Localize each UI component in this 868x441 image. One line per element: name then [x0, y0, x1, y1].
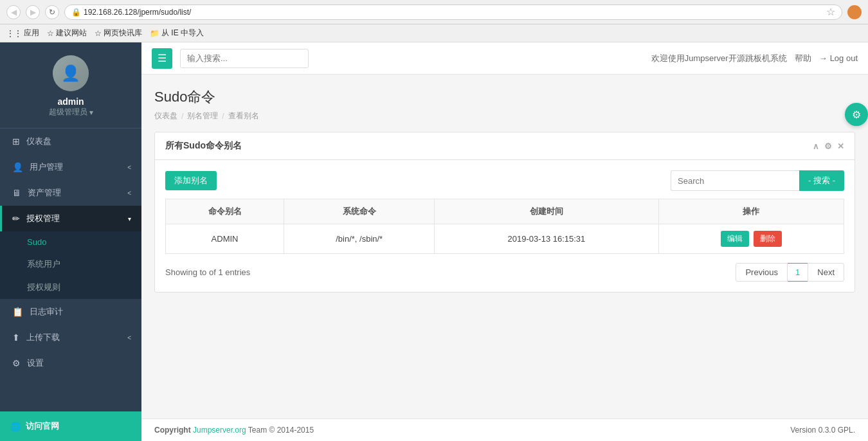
app-footer: Copyright Jumpserver.org Team © 2014-201…	[141, 419, 868, 441]
previous-button[interactable]: Previous	[736, 263, 788, 282]
sidebar-item-perm-label: 授权管理	[26, 213, 60, 224]
sidebar-menu: ⊞ 仪表盘 👤 用户管理 < 🖥 资产管理 < ✏ 授权管理 ▾ Sudo	[0, 129, 141, 411]
add-alias-button[interactable]: 添加别名	[165, 171, 217, 190]
search-button[interactable]: - 搜索 -	[799, 170, 844, 191]
sidebar-item-perm-mgmt[interactable]: ✏ 授权管理 ▾	[0, 206, 141, 231]
sidebar-item-settings[interactable]: ⚙ 设置	[0, 350, 141, 376]
search-input[interactable]	[671, 170, 799, 191]
bookmark-ie-import[interactable]: 📁 从 IE 中导入	[150, 28, 204, 39]
apps-icon: ⋮⋮	[6, 29, 22, 38]
col-created: 创建时间	[435, 199, 658, 224]
sidebar-item-dashboard[interactable]: ⊞ 仪表盘	[0, 129, 141, 154]
edit-button[interactable]: 编辑	[721, 231, 749, 247]
table-header-row: 命令别名 系统命令 创建时间 操作	[166, 199, 844, 224]
chevron-down-icon2: ▾	[128, 215, 131, 222]
header-search-input[interactable]	[180, 49, 309, 68]
sidebar: 👤 admin 超级管理员 ▾ ⊞ 仪表盘 👤 用户管理 < 🖥 资产管理 <	[0, 42, 141, 441]
chevron-right-icon3: <	[127, 334, 131, 341]
avatar: 👤	[53, 55, 89, 91]
next-button[interactable]: Next	[808, 263, 844, 282]
browser-bar: ◀ ▶ ↻ 🔒 192.168.26.128/jperm/sudo/list/ …	[0, 0, 868, 24]
sudo-table: 命令别名 系统命令 创建时间 操作 ADMIN /bin/*, /sbin/* …	[165, 199, 844, 254]
perm-rule-label: 授权规则	[27, 282, 60, 293]
card-settings-icon[interactable]: ⚙	[824, 141, 832, 151]
bookmark-news-label: 网页快讯库	[104, 28, 142, 39]
footer-version: Version 0.3.0 GPL.	[790, 426, 855, 435]
sidebar-item-upload[interactable]: ⬆ 上传下载 <	[0, 325, 141, 350]
search-group: - 搜索 -	[671, 170, 844, 191]
chevron-right-icon2: <	[127, 190, 131, 197]
logout-button[interactable]: → Log out	[819, 53, 858, 63]
avatar-image: 👤	[53, 55, 89, 91]
refresh-button[interactable]: ↻	[45, 5, 59, 19]
table-footer: Showing to of 1 entries Previous 1 Next	[165, 263, 844, 282]
footer-team: Team © 2014-2015	[248, 426, 314, 435]
menu-toggle-button[interactable]: ☰	[152, 48, 172, 69]
bookmark-suggest[interactable]: ☆ 建议网站	[47, 28, 87, 39]
table-toolbar: 添加别名 - 搜索 -	[165, 170, 844, 191]
card-title: 所有Sudo命令别名	[165, 140, 242, 152]
page-number: 1	[788, 263, 808, 282]
gear-float-button[interactable]: ⚙	[845, 103, 868, 126]
sidebar-item-settings-label: 设置	[27, 357, 44, 369]
card-header: 所有Sudo命令别名 ∧ ⚙ ✕	[155, 132, 854, 160]
sidebar-item-dashboard-label: 仪表盘	[26, 136, 51, 147]
breadcrumb-sep2: /	[222, 112, 224, 121]
cell-alias: ADMIN	[166, 224, 284, 254]
lock-icon: 🔒	[71, 8, 81, 17]
chevron-down-icon: ▾	[89, 108, 93, 117]
breadcrumb-current: 查看别名	[228, 111, 259, 122]
breadcrumb: 仪表盘 / 别名管理 / 查看别名	[154, 111, 855, 122]
collapse-icon[interactable]: ∧	[813, 141, 819, 151]
perm-submenu: Sudo 系统用户 授权规则	[0, 231, 141, 299]
sidebar-item-sudo[interactable]: Sudo	[0, 231, 141, 253]
sidebar-item-user-label: 用户管理	[30, 161, 63, 173]
top-header: ☰ 欢迎使用Jumpserver开源跳板机系统 帮助 → Log out	[141, 42, 868, 75]
sidebar-footer-label: 访问官网	[26, 420, 59, 432]
delete-button[interactable]: 删除	[754, 231, 782, 247]
pagination: Previous 1 Next	[736, 263, 844, 282]
sidebar-item-upload-label: 上传下载	[26, 332, 60, 343]
col-command: 系统命令	[284, 199, 435, 224]
hamburger-icon: ☰	[158, 52, 167, 64]
help-link[interactable]: 帮助	[795, 53, 811, 64]
table-row: ADMIN /bin/*, /sbin/* 2019-03-13 16:15:3…	[166, 224, 844, 254]
forward-button[interactable]: ▶	[26, 5, 40, 19]
perm-icon: ✏	[12, 213, 20, 224]
sidebar-item-system-user[interactable]: 系统用户	[0, 253, 141, 276]
sidebar-item-perm-rule[interactable]: 授权规则	[0, 276, 141, 299]
card-body: 添加别名 - 搜索 - 命令别名 系统命令 创建时间	[155, 160, 854, 292]
chevron-right-icon: <	[127, 164, 131, 171]
cell-actions: 编辑 删除	[658, 224, 844, 254]
bookmark-news[interactable]: ☆ 网页快讯库	[95, 28, 142, 39]
dashboard-icon: ⊞	[12, 136, 20, 147]
back-button[interactable]: ◀	[6, 5, 21, 19]
news-icon: ☆	[95, 29, 102, 38]
page-header: Sudo命令 仪表盘 / 别名管理 / 查看别名	[154, 87, 855, 122]
logout-icon: →	[819, 53, 827, 63]
sidebar-role[interactable]: 超级管理员 ▾	[49, 107, 93, 118]
logout-label: Log out	[830, 53, 858, 63]
sidebar-item-audit-label: 日志审计	[30, 306, 63, 318]
org-link[interactable]: Jumpserver.org	[193, 426, 246, 435]
breadcrumb-sep1: /	[181, 112, 183, 121]
browser-avatar	[847, 5, 862, 19]
star-icon[interactable]: ☆	[826, 6, 835, 18]
sidebar-item-asset-mgmt[interactable]: 🖥 资产管理 <	[0, 180, 141, 206]
suggest-icon: ☆	[47, 29, 54, 38]
sidebar-footer-link[interactable]: 🌐 访问官网	[0, 411, 141, 441]
bookmark-apps-label: 应用	[24, 28, 39, 39]
sidebar-item-audit[interactable]: 📋 日志审计	[0, 299, 141, 325]
cell-created: 2019-03-13 16:15:31	[435, 224, 658, 254]
sidebar-item-user-mgmt[interactable]: 👤 用户管理 <	[0, 154, 141, 180]
bookmark-ie-label: 从 IE 中导入	[161, 28, 204, 39]
address-bar[interactable]: 🔒 192.168.26.128/jperm/sudo/list/ ☆	[64, 4, 842, 20]
asset-icon: 🖥	[12, 188, 21, 198]
card-close-icon[interactable]: ✕	[837, 141, 844, 151]
sidebar-role-label: 超级管理员	[49, 107, 87, 118]
audit-icon: 📋	[12, 307, 23, 317]
sidebar-item-asset-label: 资产管理	[28, 187, 61, 199]
bookmark-apps[interactable]: ⋮⋮ 应用	[6, 28, 39, 39]
breadcrumb-alias-mgmt[interactable]: 别名管理	[187, 111, 218, 122]
breadcrumb-dashboard[interactable]: 仪表盘	[154, 111, 177, 122]
